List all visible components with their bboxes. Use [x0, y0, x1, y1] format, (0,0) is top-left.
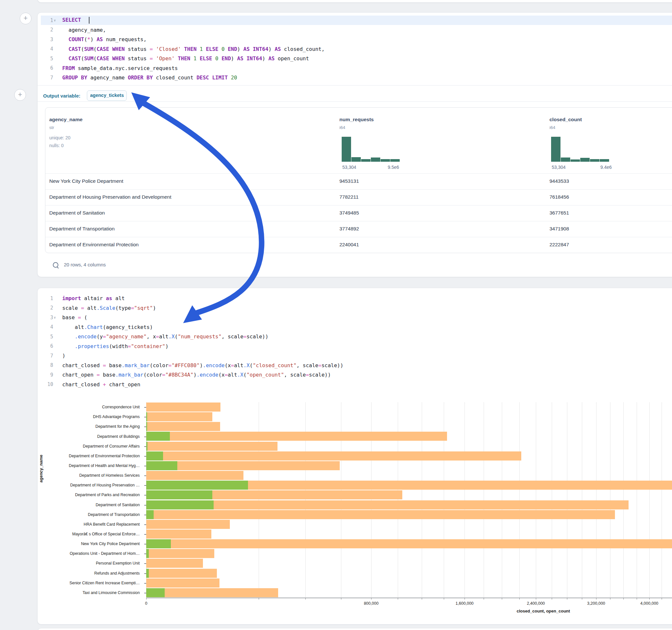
x-axis-tick: [662, 598, 662, 600]
histogram-min-label: 53,304: [552, 165, 566, 170]
gridline: [623, 402, 624, 598]
x-axis-tick: [259, 598, 259, 600]
bar-open-count: [146, 549, 149, 558]
output-variable-pill[interactable]: agency_tickets: [87, 91, 127, 101]
line-number: 4: [38, 324, 53, 330]
bar-closed-count: [146, 588, 278, 597]
table-cell-closed_count: 7618456: [549, 194, 569, 200]
notebook-page: + + 1∨SELECT2 agency_name,3 COUNT(*) AS …: [0, 0, 672, 630]
gridline: [536, 402, 536, 598]
x-axis-label: 2,400,000: [527, 601, 545, 606]
x-axis-label: 800,000: [364, 601, 378, 606]
add-cell-button[interactable]: +: [20, 13, 31, 24]
code-text: chart_closed + chart_open: [58, 382, 140, 388]
bar-closed-count: [146, 530, 211, 539]
chart-plot-area: [146, 402, 672, 598]
x-axis-tick: [341, 598, 341, 600]
code-line[interactable]: 10chart_closed + chart_open: [38, 380, 672, 389]
histogram-max-label: 9.4e6: [600, 165, 612, 170]
histogram-max-label: 9.5e6: [388, 165, 399, 170]
line-number: 5: [38, 334, 53, 340]
x-axis-tick: [552, 598, 552, 600]
bar-open-count: [146, 490, 212, 500]
code-line[interactable]: 2scale = alt.Scale(type="sqrt"): [38, 303, 672, 313]
histogram-bar: [361, 159, 370, 162]
bar-open-count: [146, 569, 149, 578]
code-line[interactable]: 5 CAST(SUM(CASE WHEN status = 'Open' THE…: [38, 54, 672, 63]
row-divider: [45, 237, 672, 237]
code-line[interactable]: 1import altair as alt: [38, 294, 672, 303]
table-cell-closed_count: 3471908: [549, 226, 569, 232]
y-axis-label: Mayorâ€ s Office of Special Enforce…: [38, 532, 143, 536]
column-header-closed-count[interactable]: closed_count: [549, 117, 582, 122]
table-cell-agency_name: Department of Sanitation: [49, 210, 105, 216]
chevron-down-icon[interactable]: ∨: [53, 19, 58, 22]
x-axis-tick: [610, 598, 610, 600]
y-axis-label: Department of Parks and Recreation: [38, 492, 143, 497]
plus-icon: +: [18, 91, 22, 98]
search-icon[interactable]: [53, 262, 58, 268]
code-line[interactable]: 3 COUNT(*) AS num_requests,: [38, 35, 672, 44]
table-cell-closed_count: 9443533: [549, 178, 569, 184]
x-axis-title: closed_count, open_count: [517, 609, 570, 613]
code-line[interactable]: 9chart_open = base.mark_bar(color="#8BC3…: [38, 370, 672, 380]
add-cell-button[interactable]: +: [14, 89, 26, 101]
code-line[interactable]: 5 .encode(y="agency_name", x=alt.X("num_…: [38, 332, 672, 341]
y-axis-label: Department of Housing Preservation …: [38, 483, 143, 487]
bar-closed-count: [146, 549, 214, 558]
column-type: str: [49, 125, 54, 130]
line-number: 6: [38, 343, 53, 349]
code-text: FROM sample_data.nyc.service_requests: [58, 65, 178, 71]
text-caret: [89, 17, 90, 24]
code-line[interactable]: 7): [38, 351, 672, 360]
y-axis-label: New York City Police Department: [38, 541, 143, 546]
bar-open-count: [146, 481, 248, 490]
y-axis-label: Taxi and Limousine Commission: [38, 590, 143, 595]
x-axis-label: 4,000,000: [640, 601, 658, 606]
row-divider: [45, 189, 672, 190]
bar-closed-count: [146, 569, 217, 578]
code-line[interactable]: 8chart_closed = base.mark_bar(color="#FF…: [38, 361, 672, 370]
code-line[interactable]: 3∨base = (: [38, 313, 672, 322]
histogram-bar: [600, 159, 609, 162]
code-line[interactable]: 4 CAST(SUM(CASE WHEN status = 'Closed' T…: [38, 44, 672, 54]
code-text: ): [58, 353, 66, 359]
code-line[interactable]: 1∨SELECT: [38, 16, 672, 25]
column-type: i64: [339, 125, 345, 130]
code-line[interactable]: 4 alt.Chart(agency_tickets): [38, 322, 672, 332]
x-axis-tick: [398, 598, 398, 600]
code-line[interactable]: 6 .properties(width="container"): [38, 342, 672, 351]
column-header-num-requests[interactable]: num_requests: [339, 117, 374, 122]
x-axis-label: 0: [145, 601, 147, 606]
results-table: agency_name str unique: 20 nulls: 0 num_…: [45, 107, 672, 253]
x-axis-tick: [649, 598, 650, 600]
column-header-agency-name[interactable]: agency_name: [49, 117, 83, 122]
code-line[interactable]: 6FROM sample_data.nyc.service_requests: [38, 64, 672, 73]
bar-closed-count: [146, 500, 628, 509]
table-cell-agency_name: Department of Transportation: [49, 226, 115, 232]
table-cell-agency_name: Department of Environmental Protection: [49, 242, 139, 248]
bar-closed-count: [146, 579, 219, 587]
line-number: 3: [38, 37, 53, 43]
bar-closed-count: [146, 403, 220, 412]
gridline: [582, 402, 582, 598]
code-text: base = (: [58, 314, 87, 320]
gridline: [484, 402, 484, 598]
chevron-down-icon[interactable]: ∨: [53, 316, 58, 319]
code-text: .encode(y="agency_name", x=alt.X("num_re…: [58, 334, 268, 340]
gridline: [637, 402, 637, 598]
bar-closed-count: [146, 510, 615, 519]
line-number: 9: [38, 372, 53, 378]
gridline: [662, 402, 662, 598]
code-text: alt.Chart(agency_tickets): [58, 324, 153, 330]
table-cell-closed_count: 3677651: [549, 210, 569, 216]
histogram-bar: [390, 159, 400, 162]
bar-open-count: [146, 461, 177, 470]
x-axis-tick: [637, 598, 637, 600]
x-axis-tick: [422, 598, 422, 600]
line-number: 2: [38, 27, 53, 33]
x-axis-tick: [371, 598, 371, 600]
code-line[interactable]: 2 agency_name,: [38, 25, 672, 35]
x-axis-line: [146, 598, 672, 598]
code-line[interactable]: 7GROUP BY agency_name ORDER BY closed_co…: [38, 73, 672, 82]
